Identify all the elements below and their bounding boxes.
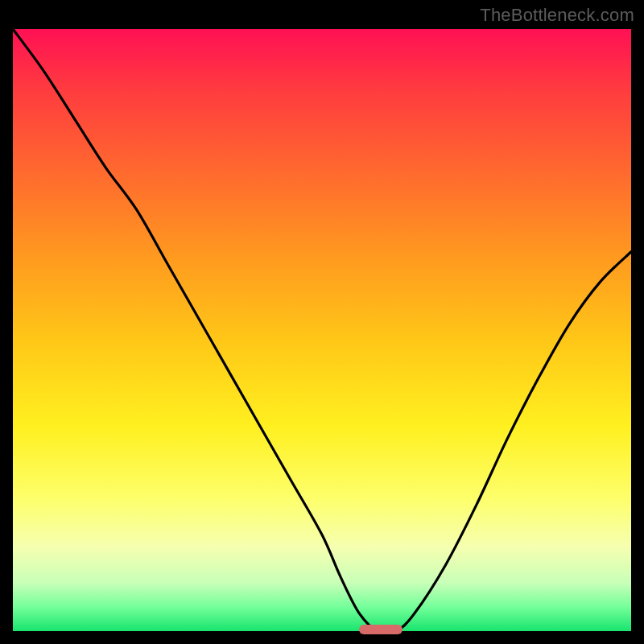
watermark-text: TheBottleneck.com [480, 5, 634, 26]
plot-area [13, 29, 631, 631]
bottleneck-curve [13, 29, 631, 634]
chart-frame: TheBottleneck.com [0, 0, 644, 644]
curve-svg [13, 29, 631, 631]
optimum-marker [359, 625, 402, 634]
